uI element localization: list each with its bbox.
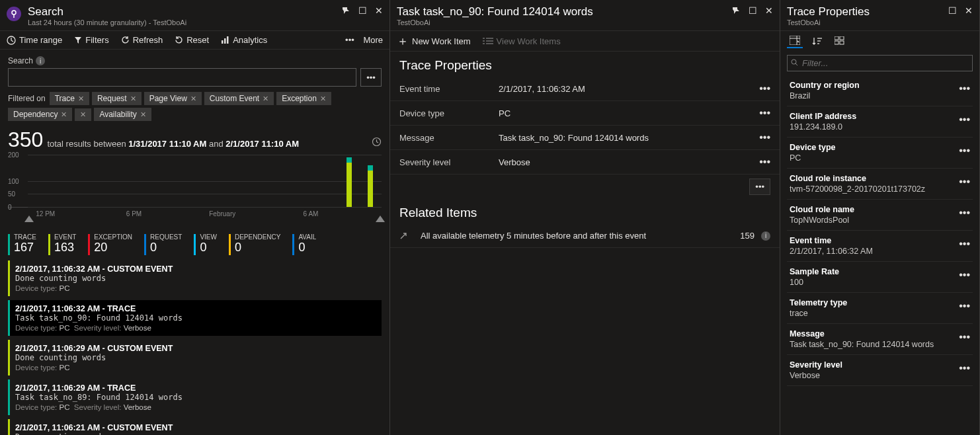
chip-availability[interactable]: Availability✕ (94, 108, 151, 121)
maximize-icon[interactable]: ☐ (749, 5, 757, 16)
property-group: Sample Rate 100 ••• (787, 262, 973, 293)
stat-view[interactable]: VIEW0 (194, 234, 217, 255)
y-tick: 200 (8, 151, 19, 159)
maximize-icon[interactable]: ☐ (358, 5, 367, 16)
property-menu-button[interactable]: ••• (959, 332, 970, 342)
property-menu-button[interactable]: ••• (759, 108, 770, 118)
close-icon[interactable]: ✕ (375, 5, 383, 16)
results-chart[interactable]: 050100200 (8, 155, 382, 208)
tab-sort-view[interactable] (809, 34, 825, 48)
stat-event[interactable]: EVENT163 (48, 234, 76, 255)
chip-remove-icon[interactable]: ✕ (140, 110, 146, 119)
properties-tabs (780, 31, 979, 51)
property-value: 2/1/2017, 11:06:32 AM (499, 84, 759, 94)
property-menu-button[interactable]: ••• (759, 83, 770, 94)
event-row[interactable]: 2/1/2017, 11:06:32 AM - CUSTOM EVENT Don… (8, 260, 382, 296)
property-menu-button[interactable]: ••• (959, 177, 970, 187)
stat-dependency[interactable]: DEPENDENCY0 (229, 234, 280, 255)
property-value: Task task_no_90: Found 124014 words (499, 133, 759, 143)
reset-button[interactable]: Reset (175, 35, 209, 45)
related-text: All available telemetry 5 minutes before… (421, 231, 733, 241)
svg-rect-22 (840, 41, 844, 44)
property-value: TopNWordsPool (790, 216, 970, 225)
x-tick: 6 AM (304, 210, 319, 218)
svg-rect-4 (224, 38, 226, 44)
property-menu-button[interactable]: ••• (759, 132, 770, 143)
filter-input[interactable] (787, 55, 973, 71)
chip-dependency[interactable]: Dependency✕ (8, 108, 72, 121)
chip-remove-icon[interactable]: ✕ (61, 110, 67, 119)
x-tick: 12 PM (36, 210, 55, 218)
pin-icon[interactable] (341, 6, 350, 15)
info-icon[interactable]: i (36, 56, 45, 65)
tab-list-view[interactable] (787, 34, 803, 48)
property-menu-button[interactable]: ••• (959, 83, 970, 94)
time-range-button[interactable]: Time range (7, 35, 62, 45)
stat-exception[interactable]: EXCEPTION20 (88, 234, 132, 255)
property-menu-button[interactable]: ••• (959, 270, 970, 280)
property-menu-button[interactable]: ••• (959, 145, 970, 156)
event-row[interactable]: 2/1/2017, 11:06:32 AM - TRACE Task task_… (8, 300, 382, 336)
property-menu-button[interactable]: ••• (959, 363, 970, 374)
property-group: Cloud role name TopNWordsPool ••• (787, 200, 973, 231)
range-handle-left[interactable] (24, 216, 34, 222)
close-icon[interactable]: ✕ (765, 5, 773, 16)
chart-bar[interactable] (368, 165, 373, 171)
search-pane: Search Last 24 hours (30 minute granular… (0, 0, 390, 435)
stat-avail[interactable]: AVAIL0 (292, 234, 316, 255)
chip-remove-icon[interactable]: ✕ (78, 95, 84, 103)
property-menu-button[interactable]: ••• (959, 239, 970, 249)
more-button[interactable]: ••• More (345, 35, 383, 45)
pin-icon[interactable] (731, 6, 741, 15)
gridline (28, 181, 382, 182)
property-menu-button[interactable]: ••• (959, 208, 970, 218)
chip-page view[interactable]: Page View✕ (144, 92, 202, 105)
analytics-button[interactable]: Analytics (221, 35, 267, 45)
view-work-items-button[interactable]: View Work Items (483, 36, 561, 46)
refresh-button[interactable]: Refresh (121, 35, 163, 45)
property-menu-button[interactable]: ••• (759, 157, 770, 167)
search-scroll[interactable]: Search i ••• Filtered onTrace✕Request✕Pa… (0, 50, 389, 435)
stat-trace[interactable]: TRACE167 (8, 234, 36, 255)
chip-remove-icon[interactable]: ✕ (263, 95, 268, 103)
chip-trace[interactable]: Trace✕ (50, 92, 89, 105)
history-icon[interactable] (372, 137, 382, 147)
chip-remove-icon[interactable]: ✕ (130, 95, 136, 103)
stat-request[interactable]: REQUEST0 (144, 234, 182, 255)
event-row[interactable]: 2/1/2017, 11:06:29 AM - CUSTOM EVENT Don… (8, 340, 382, 376)
show-more-button[interactable]: ••• (749, 178, 770, 195)
property-key: Message (399, 133, 499, 143)
tab-grid-view[interactable] (832, 34, 848, 48)
range-handle-right[interactable] (376, 216, 385, 222)
properties-pane: Trace Properties TestOboAi ☐ ✕ Country o… (780, 0, 980, 435)
property-menu-button[interactable]: ••• (959, 301, 970, 311)
event-row[interactable]: 2/1/2017, 11:06:21 AM - CUSTOM EVENT Don… (8, 419, 382, 435)
chart-bar[interactable] (368, 171, 373, 207)
close-icon[interactable]: ✕ (965, 5, 973, 16)
chip-exception[interactable]: Exception✕ (276, 92, 331, 105)
chart-bar[interactable] (347, 163, 352, 207)
chip-custom event[interactable]: Custom Event✕ (204, 92, 274, 105)
event-message: Done counting words (15, 274, 376, 283)
new-work-item-button[interactable]: ＋New Work Item (397, 35, 471, 47)
chart-bar[interactable] (347, 157, 352, 163)
svg-rect-3 (222, 40, 224, 44)
property-row: Event time 2/1/2017, 11:06:32 AM ••• (390, 77, 780, 101)
info-icon[interactable]: i (761, 231, 770, 241)
property-value: trace (790, 309, 970, 318)
chip-remove-icon[interactable]: ✕ (190, 95, 196, 103)
chip-request[interactable]: Request✕ (92, 92, 142, 105)
reset-label: Reset (186, 35, 209, 45)
svg-point-23 (792, 59, 796, 64)
chip-extra[interactable]: ✕ (75, 108, 91, 121)
event-row[interactable]: 2/1/2017, 11:06:29 AM - TRACE Task task_… (8, 379, 382, 415)
filters-button[interactable]: Filters (74, 35, 108, 45)
search-subtitle: Last 24 hours (30 minute granularity) - … (28, 19, 341, 26)
chip-remove-icon[interactable]: ✕ (320, 95, 326, 103)
search-menu-button[interactable]: ••• (360, 68, 382, 87)
property-menu-button[interactable]: ••• (959, 114, 970, 125)
search-input[interactable] (8, 68, 356, 87)
property-value: Verbose (790, 371, 970, 380)
maximize-icon[interactable]: ☐ (948, 5, 957, 16)
related-item-row[interactable]: All available telemetry 5 minutes before… (390, 224, 780, 248)
